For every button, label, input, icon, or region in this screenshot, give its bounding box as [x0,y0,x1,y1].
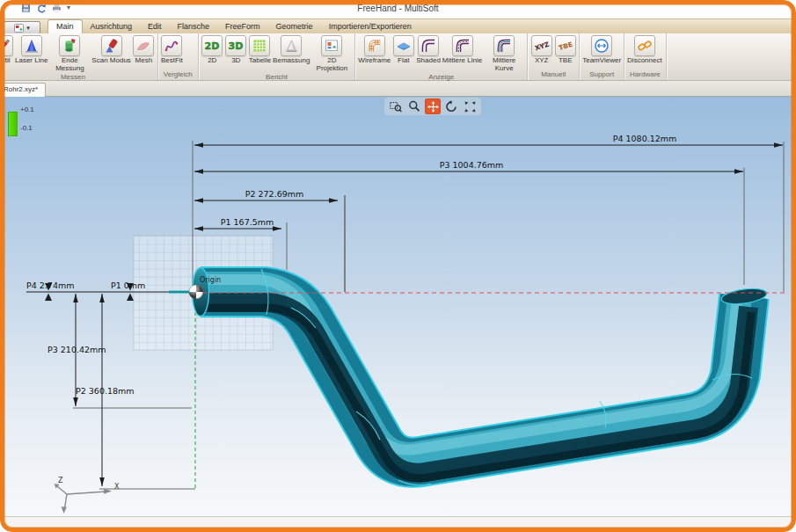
status-bar [0,516,796,532]
ribbon: Taktil Laser Line Ende Messung Scan Modu… [0,33,796,81]
disconnect-button[interactable]: Disconnect [627,35,662,65]
bestfit-curve-icon [161,35,182,56]
ende-messung-button[interactable]: Ende Messung [49,35,90,73]
tabelle-button[interactable]: Tabelle [249,35,271,65]
scene-svg: P1 167.5mm P2 272.69mm P3 1004.76mm P4 1… [0,97,796,516]
dim-p2-horizontal: P2 272.69mm [245,189,304,199]
svg-text:2D: 2D [205,40,220,52]
document-tab[interactable]: Rohr2.xyz* [1,83,46,97]
color-scale-min: -0.1 [20,124,33,132]
pipe-model[interactable] [193,268,768,485]
axis-triad: X Z [55,477,120,514]
group-label-support: Support [582,70,621,80]
ribbon-group-manuell: XYZ XYZ TBE TBE Manuell [528,33,580,80]
wireframe-button[interactable]: Wireframe [358,35,391,65]
zoom-tool[interactable] [406,98,422,114]
viewport-3d[interactable]: P1 167.5mm P2 272.69mm P3 1004.76mm P4 1… [0,97,796,516]
dim-p4-vertical: P4 2.74mm [26,281,74,290]
xyz-icon: XYZ [531,35,552,56]
window-title: FreeHand - MultiSoft [0,4,796,13]
app-window: ▾ FreeHand - MultiSoft ▾ Main Ausrichtun… [0,0,796,532]
ribbon-group-anzeige: Wireframe Flat Shaded Mittlere Linie Mit… [355,33,528,80]
dim-p4-horizontal: P4 1080.12mm [613,134,677,143]
axis-z-label: Z [58,477,63,485]
scan-modus-button[interactable]: Scan Modus [91,35,130,65]
fit-view-tool[interactable] [462,98,478,114]
rotate-icon [445,100,457,113]
tab-main[interactable]: Main [47,19,83,33]
pan-tool[interactable] [425,98,441,114]
tab-geometrie[interactable]: Geometrie [268,20,321,33]
mesh-button[interactable]: Mesh [133,35,155,65]
group-label-hardware: Hardware [627,70,663,80]
dimension-cone-icon [281,35,302,56]
color-scale-bar [8,112,18,136]
group-label-manuell: Manuell [530,70,576,80]
centercurve-elbow-icon [493,35,515,56]
view-toolbar [384,98,481,115]
laser-cone-icon [21,35,42,56]
dim-p3-horizontal: P3 1004.76mm [440,160,504,170]
svg-text:3D: 3D [229,40,244,52]
bestfit-button[interactable]: BestFit [161,35,183,65]
group-label-vergleich: Vergleich [161,70,195,80]
dim-p1-horizontal: P1 167.5mm [221,217,274,227]
cylinder-probe-icon [59,35,80,56]
tab-edit[interactable]: Edit [140,20,170,33]
projektion-2d-button[interactable]: 2D Projektion [311,35,352,73]
fit-view-icon [464,101,476,113]
mesh-surface-icon [133,35,154,56]
pan-icon [427,101,439,113]
ribbon-group-vergleich: BestFit Vergleich [158,33,199,80]
wireframe-elbow-icon [364,35,385,56]
ribbon-group-hardware: Disconnect Hardware [624,33,667,80]
centerline-elbow-icon [452,35,473,56]
bemassung-button[interactable]: Bemassung [273,35,310,65]
svg-text:TBE: TBE [558,40,573,52]
document-tab-bar: Rohr2.xyz* [0,81,796,97]
report-3d-button[interactable]: 3D 3D [225,35,247,65]
shaded-button[interactable]: Shaded [416,35,441,65]
mittlere-linie-button[interactable]: Mittlere Linie [442,35,482,65]
dim-p3-vertical: P3 210.42mm [47,345,106,354]
xyz-button[interactable]: XYZ XYZ [530,35,552,65]
rotate-tool[interactable] [443,98,459,114]
flat-panel-icon [393,35,414,56]
2d-projection-icon [321,35,342,56]
menu-tab-bar: ▾ Main Ausrichtung Edit Flansche FreeFor… [0,18,796,33]
zoom-icon [408,100,420,113]
3d-icon: 3D [225,35,246,56]
teamviewer-button[interactable]: TeamViewer [582,35,621,65]
title-bar: ▾ FreeHand - MultiSoft [0,0,796,18]
dim-p2-vertical: P2 360.18mm [76,386,135,396]
tbe-icon: TBE [555,35,576,56]
laser-line-button[interactable]: Laser Line [15,35,47,65]
tbe-button[interactable]: TBE TBE [554,35,576,65]
zoom-window-icon [390,100,402,113]
dim-p1-vertical: P1 0mm [111,281,145,290]
ribbon-group-support: TeamViewer Support [580,33,624,80]
stylus-icon [0,35,13,56]
tab-importieren-exportieren[interactable]: Importieren/Exportieren [321,20,420,33]
teamviewer-icon [591,35,612,56]
application-menu-icon [14,24,24,33]
table-grid-icon [249,35,270,56]
shaded-elbow-icon [418,35,439,56]
report-2d-button[interactable]: 2D 2D [201,35,223,65]
mittlere-kurve-button[interactable]: Mittlere Kurve [484,35,524,73]
chain-link-icon [634,35,655,56]
taktil-button[interactable]: Taktil [0,35,13,65]
color-scale-max: +0.1 [20,106,34,113]
origin-label: Origin [200,276,221,284]
tab-ausrichtung[interactable]: Ausrichtung [83,20,141,33]
zoom-window-tool[interactable] [388,98,404,114]
tab-freeform[interactable]: FreeForm [217,20,268,33]
ribbon-group-messen: Taktil Laser Line Ende Messung Scan Modu… [0,33,158,80]
scanner-icon [101,35,122,56]
application-menu-button[interactable]: ▾ [4,21,40,34]
tab-flansche[interactable]: Flansche [170,20,218,33]
flat-button[interactable]: Flat [392,35,414,65]
application-menu-caret: ▾ [26,25,30,32]
axis-x-label: X [114,483,120,491]
2d-icon: 2D [201,35,223,56]
